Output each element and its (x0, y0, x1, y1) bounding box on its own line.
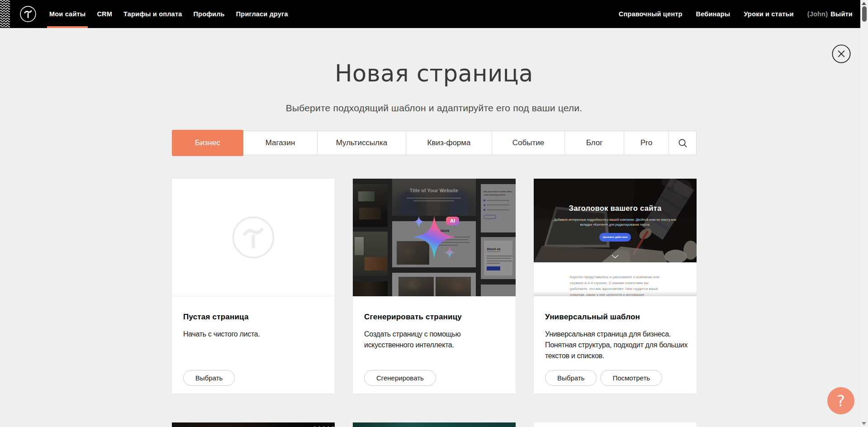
page-scrollbar[interactable] (860, 0, 868, 427)
card-info: Универсальный шаблон Универсальная стран… (534, 296, 697, 394)
card-buttons: Выбрать Посмотреть (545, 370, 662, 386)
nav-item-lessons[interactable]: Уроки и статьи (744, 0, 793, 28)
preview-universal-button[interactable]: Посмотреть (600, 370, 662, 386)
template-hero-title: Заголовок вашего сайта (534, 204, 697, 213)
logout-link[interactable]: Выйти (830, 10, 853, 18)
card-description: Создать страницу с помощью искусственног… (364, 329, 504, 351)
choose-blank-page-button[interactable]: Выбрать (183, 370, 235, 386)
tilda-watermark-icon (232, 216, 275, 259)
card-buttons: Сгенерировать (364, 370, 436, 386)
card-info: Сгенерировать страницу Создать страницу … (353, 296, 516, 394)
template-card-partial-1 (172, 422, 335, 427)
top-navbar: Мои сайты CRM Тарифы и оплата Профиль Пр… (0, 0, 868, 28)
tilda-logo[interactable] (20, 6, 36, 22)
universal-template-preview[interactable]: Заголовок вашего сайта Добавьте интересн… (534, 179, 697, 296)
template-hero-text: Добавьте интересные подробности о вашей … (534, 218, 697, 227)
card-title: Сгенерировать страницу (364, 313, 504, 322)
card-info: Пустая страница Начать с чистого листа. … (172, 296, 335, 394)
ai-badge: AI (446, 217, 459, 225)
page-subtitle: Выберите подходящий шаблон и адаптируйте… (0, 103, 868, 114)
template-card-partial-3 (534, 422, 697, 427)
template-cards-grid: Пустая страница Начать с чистого листа. … (172, 179, 697, 427)
nav-item-crm[interactable]: CRM (97, 0, 112, 28)
tab-blog[interactable]: Блог (565, 131, 624, 155)
scrollbar-up-arrow[interactable] (862, 2, 866, 5)
tab-multilink[interactable]: Мультиссылка (318, 131, 406, 155)
search-icon (678, 138, 688, 148)
nav-item-my-sites[interactable]: Мои сайты (49, 0, 85, 28)
nav-user-block: (John) Выйти (807, 0, 853, 28)
card-title: Пустая страница (183, 313, 323, 322)
scrollbar-down-arrow[interactable] (862, 422, 866, 425)
ai-generate-preview[interactable]: Title of Your Website feature Get your h… (353, 179, 516, 296)
card-buttons: Выбрать (183, 370, 235, 386)
nav-item-pricing[interactable]: Тарифы и оплата (123, 0, 182, 28)
tab-store[interactable]: Магазин (243, 131, 318, 155)
nav-menu-right: Справочный центр Вебинары Уроки и статьи… (619, 0, 853, 28)
chevron-down-icon (612, 255, 619, 258)
nav-menu-left: Мои сайты CRM Тарифы и оплата Профиль Пр… (49, 0, 288, 28)
template-card-partial-2 (353, 422, 516, 427)
page-title: Новая страница (0, 60, 868, 87)
card-description: Начать с чистого листа. (183, 329, 323, 340)
card-description: Универсальная страница для бизнеса. Поня… (545, 329, 685, 361)
tab-business[interactable]: Бизнес (172, 130, 243, 156)
preview-bottom-shadow (534, 291, 697, 296)
user-name-label: (John) (807, 10, 828, 18)
zigzag-pattern-decoration (0, 0, 10, 28)
tab-event[interactable]: Событие (492, 131, 565, 155)
tab-pro[interactable]: Pro (624, 131, 669, 155)
nav-item-invite-friend[interactable]: Пригласи друга (236, 0, 288, 28)
ai-sparkles-icon (353, 179, 516, 296)
template-card-universal: Заголовок вашего сайта Добавьте интересн… (534, 179, 697, 394)
blank-page-preview[interactable] (172, 179, 335, 296)
template-card-blank-page: Пустая страница Начать с чистого листа. … (172, 179, 335, 394)
tab-search[interactable] (669, 131, 696, 155)
choose-universal-button[interactable]: Выбрать (545, 370, 597, 386)
light-template-preview[interactable] (534, 422, 697, 427)
nav-item-profile[interactable]: Профиль (193, 0, 224, 28)
tab-quiz-form[interactable]: Квиз-форма (406, 131, 492, 155)
template-hero-section: Заголовок вашего сайта Добавьте интересн… (534, 179, 697, 262)
generate-page-button[interactable]: Сгенерировать (364, 370, 436, 386)
template-cta-button: Целевое действие (599, 233, 631, 242)
template-category-tabs: Бизнес Магазин Мультиссылка Квиз-форма С… (172, 131, 697, 155)
template-card-ai-generate: Title of Your Website feature Get your h… (353, 179, 516, 394)
help-button[interactable]: ? (827, 387, 854, 414)
nav-item-help-center[interactable]: Справочный центр (619, 0, 683, 28)
nav-item-webinars[interactable]: Вебинары (696, 0, 730, 28)
teal-template-preview[interactable] (353, 422, 516, 427)
scrollbar-thumb[interactable] (862, 6, 867, 22)
card-title: Универсальный шаблон (545, 313, 685, 322)
dark-template-preview[interactable] (172, 422, 335, 427)
